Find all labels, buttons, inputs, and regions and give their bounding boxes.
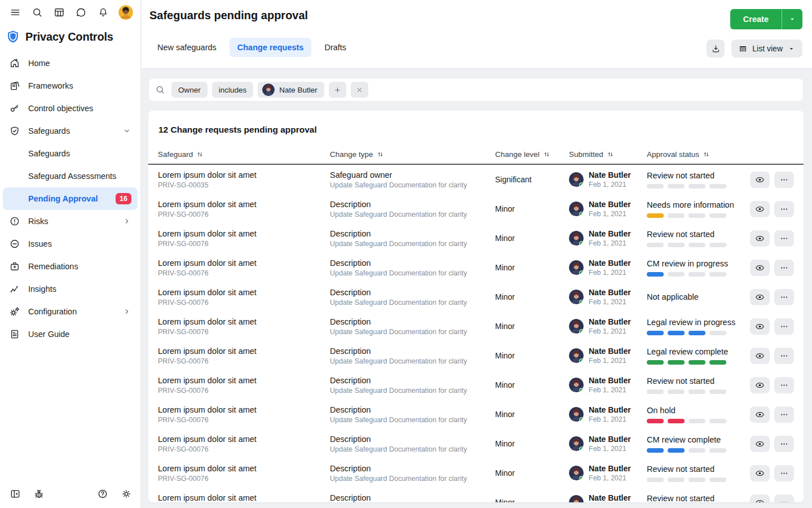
column-header-change-level[interactable]: Change level [495, 150, 569, 159]
table-row: Lorem ipsum dolor sit amet PRIV-SG-00076… [148, 253, 804, 282]
filter-search-bar[interactable]: Owner includes Nate Butler [148, 78, 804, 102]
safeguard-id: PRIV-SG-00076 [158, 445, 330, 453]
progress-segment-gray [709, 272, 726, 277]
change-note: Update Safeguard Documentation for clari… [330, 269, 495, 277]
sidebar-item-safeguards[interactable]: Safeguards [3, 142, 138, 165]
column-header-safeguard[interactable]: Safeguard [158, 150, 330, 159]
submitter-avatar [569, 202, 584, 216]
home-icon [9, 58, 20, 69]
column-header-submitted[interactable]: Submitted [569, 150, 647, 159]
sidebar-item-pending-approval[interactable]: Pending Approval 16 [3, 187, 138, 210]
ellipsis-icon [779, 292, 789, 302]
change-type: Description [330, 259, 495, 268]
clear-filter-button[interactable] [351, 82, 368, 98]
sidebar-item-control-objectives[interactable]: Control objectives [3, 97, 138, 120]
bell-icon[interactable] [96, 6, 110, 19]
view-button[interactable] [750, 260, 770, 276]
eye-icon [755, 439, 765, 449]
view-button[interactable] [750, 406, 770, 423]
change-note: Update Safeguard Documentation for clari… [330, 299, 495, 306]
view-button[interactable] [750, 318, 770, 335]
view-button[interactable] [750, 465, 770, 481]
list-view-button[interactable]: List view [731, 40, 802, 58]
more-actions-button[interactable] [774, 494, 794, 503]
more-actions-button[interactable] [774, 348, 794, 364]
sidebar-item-user-guide[interactable]: User Guide [3, 323, 138, 345]
column-header-approval-status[interactable]: Approval status [647, 150, 749, 159]
submitted-cell: Nate Butler Feb 1, 2021 [569, 347, 647, 365]
sidebar-item-label: Safeguard Assessments [28, 172, 116, 181]
sidebar-item-configuration[interactable]: Configuration [3, 300, 138, 323]
filter-value-chip[interactable]: Nate Butler [258, 82, 324, 98]
progress-segment-gray [709, 331, 726, 335]
change-level: Minor [495, 234, 569, 243]
more-actions-button[interactable] [774, 230, 794, 247]
ellipsis-icon [779, 234, 789, 243]
view-button[interactable] [750, 172, 770, 188]
more-actions-button[interactable] [774, 201, 794, 217]
sidebar-item-frameworks[interactable]: Frameworks [3, 75, 138, 97]
approval-status-label: Review not started [647, 171, 749, 180]
submitted-cell: Nate Butler Feb 1, 2021 [569, 493, 647, 502]
view-button[interactable] [750, 201, 770, 217]
sidebar-item-safeguard-assessments[interactable]: Safeguard Assessments [3, 165, 138, 187]
chat-icon[interactable] [74, 6, 88, 19]
progress-segment-gray [647, 478, 664, 482]
sidebar-item-home[interactable]: Home [3, 52, 138, 75]
sidebar-item-issues[interactable]: Issues [3, 233, 138, 255]
more-actions-button[interactable] [774, 289, 794, 305]
more-actions-button[interactable] [774, 260, 794, 276]
sidebar-item-risks[interactable]: Risks [3, 210, 138, 233]
more-actions-button[interactable] [774, 172, 794, 188]
create-dropdown-caret[interactable] [782, 9, 802, 29]
create-button[interactable]: Create [730, 9, 782, 29]
more-actions-button[interactable] [774, 318, 794, 335]
tab-drafts[interactable]: Drafts [316, 38, 354, 57]
search-icon[interactable] [30, 6, 44, 19]
settings-gear-icon[interactable] [121, 488, 132, 500]
progress-segment-red [647, 419, 664, 423]
apps-grid-icon[interactable] [52, 6, 66, 19]
add-filter-button[interactable] [329, 82, 346, 98]
help-icon[interactable] [97, 488, 108, 500]
more-actions-button[interactable] [774, 465, 794, 481]
sidebar-item-safeguards[interactable]: Safeguards [3, 120, 138, 142]
user-avatar[interactable] [118, 5, 133, 20]
view-button[interactable] [750, 436, 770, 452]
bug-report-icon[interactable] [33, 488, 45, 500]
approval-status-label: Review not started [647, 494, 749, 503]
column-header-change-type[interactable]: Change type [330, 150, 495, 159]
tab-new-safeguards[interactable]: New safeguards [149, 38, 224, 57]
download-button[interactable] [707, 40, 725, 58]
filter-field-chip[interactable]: Owner [171, 82, 208, 98]
approval-progress-bar [647, 360, 749, 365]
table-row: Lorem ipsum dolor sit amet PRIV-SG-00076… [148, 194, 804, 224]
view-button[interactable] [750, 494, 770, 503]
view-button[interactable] [750, 348, 770, 364]
more-actions-button[interactable] [774, 377, 794, 393]
sidebar-item-remediations[interactable]: Remediations [3, 255, 138, 278]
progress-segment-gray [668, 389, 685, 394]
change-type: Description [330, 464, 495, 473]
menu-icon[interactable] [8, 6, 22, 19]
view-button[interactable] [750, 289, 770, 305]
change-level: Minor [495, 410, 569, 419]
table-body: Lorem ipsum dolor sit amet PRIV-SG-00035… [148, 165, 804, 502]
submitted-date: Feb 1, 2021 [589, 210, 631, 218]
safeguard-name: Lorem ipsum dolor sit amet [158, 435, 330, 444]
sidebar-item-label: Insights [28, 284, 56, 294]
filter-operator-chip[interactable]: includes [212, 82, 254, 98]
approval-progress-bar [647, 448, 749, 453]
sidebar-item-insights[interactable]: Insights [3, 278, 138, 300]
submitter-avatar [569, 260, 584, 275]
tab-change-requests[interactable]: Change requests [230, 38, 312, 57]
progress-segment-gray [689, 184, 705, 189]
collapse-panel-icon[interactable] [10, 488, 21, 500]
more-actions-button[interactable] [774, 436, 794, 452]
view-button[interactable] [750, 377, 770, 393]
change-note: Update Safeguard Documentation for clari… [330, 181, 495, 189]
more-actions-button[interactable] [774, 406, 794, 423]
view-button[interactable] [750, 230, 770, 247]
submitter-name: Nate Butler [589, 200, 631, 209]
pending-count-badge: 16 [116, 193, 131, 205]
